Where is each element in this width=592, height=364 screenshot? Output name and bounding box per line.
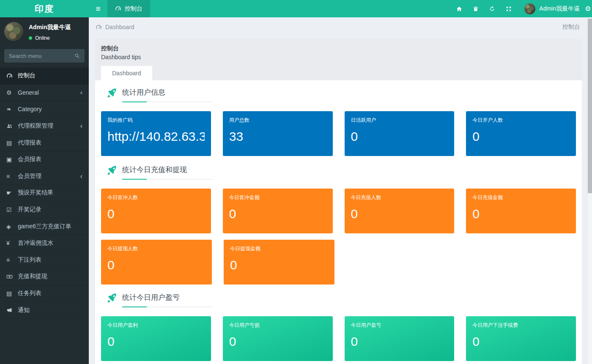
- clear-cache-button[interactable]: [484, 0, 500, 17]
- hand-pointer-icon: ☛: [6, 190, 18, 196]
- leaf-icon: ❧: [6, 106, 18, 112]
- stat-card-first-deposit-users-today[interactable]: 今日首冲人数 0: [101, 189, 211, 233]
- sidebar-user-status: Online: [29, 35, 71, 41]
- tachometer-icon: [115, 5, 121, 12]
- stat-card-user-profit-loss-today[interactable]: 今日用户盈亏 0: [345, 316, 455, 361]
- stat-card-user-loss-today[interactable]: 今日用户亏损 0: [223, 316, 333, 361]
- yen-icon: ¥: [6, 240, 18, 246]
- list-icon: ≡: [6, 173, 18, 179]
- user-info-cards-row: 我的推广码 http://140.82.63.3 用户总数 33 日活跃用户 0…: [101, 111, 576, 156]
- cogs-icon: ⚙: [585, 5, 591, 13]
- recharge-cards-row-1: 今日首冲人数 0 今日首冲金额 0 今日充值人数 0 今日充值金额 0: [101, 189, 576, 233]
- navbar-right-tools: Admin我最牛逼 ⚙: [451, 0, 592, 17]
- stat-card-withdrawal-amount-today[interactable]: 今日提现金额 0: [224, 240, 334, 285]
- sidebar-item-console[interactable]: 控制台: [0, 68, 89, 85]
- book-icon: ▤: [6, 290, 18, 296]
- sidebar-item-lottery-records[interactable]: ☑ 开奖记录: [0, 202, 89, 219]
- dashboard-box: 控制台 Dashboard tips Dashboard 统计用户信息 我的推广…: [95, 39, 582, 364]
- user-menu[interactable]: Admin我最牛逼: [517, 3, 585, 14]
- gem-icon: ◈: [6, 224, 18, 230]
- scrollbar-thumb[interactable]: [588, 19, 592, 193]
- online-status-dot: [29, 36, 32, 40]
- search-input[interactable]: [9, 53, 74, 59]
- home-icon: [456, 6, 462, 12]
- hamburger-icon: ≡: [96, 4, 100, 14]
- book-icon: ▤: [6, 140, 18, 146]
- sidebar-user-panel: Admin我最牛逼 Online: [0, 17, 89, 45]
- sidebar-item-agent-permissions[interactable]: 代理权限管理 ‹: [0, 118, 89, 135]
- sidebar-item-notifications[interactable]: 通知: [0, 302, 89, 319]
- chevron-left-icon: ‹: [80, 89, 82, 96]
- sidebar-item-category[interactable]: ❧ Category: [0, 101, 89, 118]
- user-name: Admin我最牛逼: [539, 5, 580, 13]
- box-body: 统计用户信息 我的推广码 http://140.82.63.3 用户总数 33 …: [95, 80, 582, 364]
- stat-card-first-deposit-amount-today[interactable]: 今日首冲金额 0: [223, 189, 333, 233]
- breadcrumb-bar: Dashboard 控制台: [89, 17, 587, 37]
- breadcrumb[interactable]: Dashboard: [96, 24, 134, 30]
- sidebar: Admin我最牛逼 Online 控制台 ⚙ General ‹ ❧ Categ…: [0, 17, 89, 364]
- stat-card-user-profit-today[interactable]: 今日用户盈利 0: [101, 316, 211, 361]
- sidebar-user-name: Admin我最牛逼: [29, 24, 71, 31]
- breadcrumb-right-label: 控制台: [562, 23, 580, 31]
- tachometer-icon: [96, 24, 102, 30]
- box-header: 控制台 Dashboard tips Dashboard: [95, 39, 582, 80]
- rocket-icon: [107, 293, 118, 304]
- sidebar-item-first-deposit-rebate[interactable]: ¥ 首冲返佣流水: [0, 235, 89, 252]
- page-scrollbar[interactable]: [587, 17, 592, 364]
- section-title: 统计今日充值和提现: [122, 164, 213, 180]
- refresh-cache-icon: [489, 6, 495, 12]
- sidebar-item-agent-reports[interactable]: ▤ 代理报表: [0, 134, 89, 151]
- stat-card-daily-active-users[interactable]: 日活跃用户 0: [345, 111, 455, 156]
- sidebar-item-game6-recharge-orders[interactable]: ◈ game6三方充值订单: [0, 218, 89, 235]
- sidebar-item-general[interactable]: ⚙ General ‹: [0, 85, 89, 101]
- user-avatar: [524, 3, 535, 14]
- page-title: 控制台: [101, 45, 576, 52]
- sidebar-item-recharge-withdrawal[interactable]: 充值和提现: [0, 268, 89, 285]
- section-user-info-header: 统计用户信息: [107, 86, 576, 102]
- sidebar-item-member-reports[interactable]: ▣ 会员报表: [0, 151, 89, 168]
- search-icon[interactable]: [74, 53, 80, 59]
- sidebar-toggle-button[interactable]: ≡: [89, 0, 107, 17]
- rocket-icon: [107, 88, 118, 99]
- calendar-check-icon: ☑: [6, 207, 18, 213]
- brand-logo[interactable]: 印度: [0, 0, 89, 17]
- sidebar-menu: 控制台 ⚙ General ‹ ❧ Category 代理权限管理 ‹ ▤ 代理…: [0, 68, 89, 319]
- tab-dashboard[interactable]: Dashboard: [101, 66, 152, 80]
- address-book-icon: ▣: [6, 156, 18, 162]
- stat-card-new-accounts-today[interactable]: 今日开户人数 0: [466, 111, 576, 156]
- online-status-label: Online: [35, 35, 50, 41]
- sidebar-item-member-management[interactable]: ≡ 会员管理 ‹: [0, 168, 89, 185]
- stat-card-withdrawal-users-today[interactable]: 今日提现人数 0: [101, 240, 212, 285]
- page-subtitle: Dashboard tips: [101, 54, 576, 60]
- list-icon: ≡: [6, 257, 18, 263]
- tab-bar: Dashboard: [101, 66, 576, 80]
- stat-card-user-bet-fee-today[interactable]: 今日用户下注手续费 0: [466, 316, 576, 361]
- stat-card-total-users[interactable]: 用户总数 33: [223, 111, 333, 156]
- stat-card-promo-code[interactable]: 我的推广码 http://140.82.63.3: [101, 111, 211, 156]
- sidebar-item-preset-lottery-results[interactable]: ☛ 预设开奖结果: [0, 185, 89, 202]
- gears-icon: ⚙: [6, 90, 18, 96]
- recharge-cards-row-2: 今日提现人数 0 今日提现金额 0: [101, 240, 576, 285]
- stat-card-recharge-amount-today[interactable]: 今日充值金额 0: [466, 189, 576, 233]
- trash-button[interactable]: [467, 0, 484, 17]
- profit-loss-cards-row: 今日用户盈利 0 今日用户亏损 0 今日用户盈亏 0 今日用户下注手续费 0: [101, 316, 576, 361]
- sidebar-user-avatar[interactable]: [4, 22, 23, 41]
- money-icon: [6, 274, 18, 280]
- top-navbar: 印度 ≡ 控制台: [0, 0, 592, 17]
- sidebar-item-task-list[interactable]: ▤ 任务列表: [0, 285, 89, 302]
- sidebar-item-bet-list[interactable]: ≡ 下注列表: [0, 252, 89, 269]
- section-recharge-withdrawal-header: 统计今日充值和提现: [107, 164, 576, 180]
- sidebar-search-box: [4, 49, 85, 63]
- trash-icon: [473, 6, 479, 12]
- navbar-tab-label: 控制台: [125, 5, 143, 13]
- bullhorn-icon: [6, 307, 18, 313]
- chevron-left-icon: ‹: [80, 173, 82, 180]
- expand-arrows-icon: [506, 6, 512, 12]
- home-button[interactable]: [451, 0, 467, 17]
- fullscreen-button[interactable]: [500, 0, 517, 17]
- tachometer-icon: [6, 73, 18, 79]
- navbar-tab-console[interactable]: 控制台: [107, 0, 150, 17]
- rocket-icon: [107, 165, 118, 176]
- stat-card-recharge-users-today[interactable]: 今日充值人数 0: [345, 189, 455, 233]
- settings-button[interactable]: ⚙: [585, 0, 592, 17]
